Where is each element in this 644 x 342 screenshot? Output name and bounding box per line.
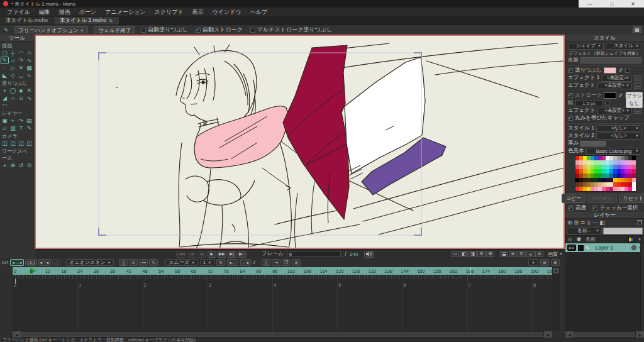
layers-scroll-right-arrow[interactable]: ▶ [636, 331, 644, 338]
fill-extra-checkbox[interactable] [625, 68, 630, 73]
layer-toolbar-icon[interactable]: ▮ [587, 219, 591, 226]
scroll-left-arrow[interactable]: ◀ [13, 331, 21, 338]
tool-icon[interactable]: ▢ [1, 49, 9, 57]
tool-icon[interactable]: ◫ [1, 140, 9, 147]
audio-mute-button[interactable] [364, 251, 374, 258]
canvas-area[interactable] [35, 35, 565, 249]
display-mode-button[interactable]: ∞ [526, 251, 535, 257]
timeline-tool-button[interactable]: ↻ [149, 259, 158, 266]
tool-icon[interactable]: ┼ [9, 49, 17, 57]
tool-icon[interactable]: ◌ [1, 64, 9, 72]
lock-column-icon[interactable]: ⬟ [577, 236, 581, 242]
frame-zero-toggle[interactable]: 0⇄ [2, 260, 8, 265]
style-dropdown[interactable]: スタイル▼ [606, 43, 641, 50]
fill-effect2-more-button[interactable]: ... [634, 82, 641, 89]
crimson-shape[interactable] [283, 45, 349, 219]
view-layout-button[interactable]: ⊟ [477, 251, 486, 257]
layer-visibility-icon[interactable]: oo [567, 245, 576, 251]
palette-color-cell[interactable] [632, 160, 636, 165]
display-mode-button[interactable]: ⬓ [500, 251, 508, 257]
transport-button[interactable]: ▶| [228, 251, 236, 258]
tool-icon[interactable]: ▱ [1, 124, 9, 132]
style-name-input[interactable] [580, 57, 641, 63]
style2-dropdown[interactable]: <なし>▼ [596, 133, 641, 140]
display-quality-dropdown[interactable]: 画質▼ [548, 251, 563, 258]
tool-icon[interactable]: ◈ [17, 87, 25, 94]
timeline-mode-button[interactable]: ●◠● [38, 259, 52, 266]
stroke-color-swatch[interactable] [604, 92, 616, 99]
option-check-マルチストローク塗りつぶし[interactable]: マルチストローク塗りつぶし [250, 26, 332, 34]
name-column-header[interactable]: 名前 [586, 236, 596, 243]
view-layout-button[interactable]: ⊞ [486, 251, 494, 257]
timeline-mode-button[interactable]: ◎ [52, 259, 61, 266]
timeline-action-button[interactable]: ▯ [262, 259, 270, 266]
menu-item-表示[interactable]: 表示 [188, 8, 208, 16]
timeline-action-button[interactable]: ⊘ [292, 259, 301, 266]
tool-icon[interactable]: ◠ [1, 102, 9, 109]
transport-button[interactable]: ▶○ [238, 251, 247, 258]
timeline-mode-button[interactable]: ●―● [10, 259, 23, 266]
tool-icon[interactable]: ◫ [17, 140, 25, 147]
timeline-horizontal-scrollbar[interactable]: ◀ ▶ [13, 331, 552, 338]
tool-icon[interactable]: ✕ [17, 64, 25, 72]
maximize-button[interactable]: □ [610, 1, 613, 7]
timeline-zoom-in-button[interactable]: ⊕ [551, 259, 560, 266]
view-layout-button[interactable]: ▭ [451, 251, 459, 257]
keyframe-button[interactable]: K [216, 259, 225, 266]
option-check-自動ストローク[interactable]: 自動ストローク [196, 26, 243, 34]
view-layout-button[interactable]: ◨ [469, 251, 477, 257]
tool-icon[interactable]: ≈ [25, 72, 33, 79]
stroke-effect-dropdown[interactable]: <未設定>▼ [597, 108, 633, 114]
shape-dropdown[interactable]: シェイプ▼ [568, 43, 604, 50]
checker-select-checkbox[interactable] [592, 206, 597, 211]
width-extra-checkbox[interactable] [605, 101, 610, 106]
tool-icon[interactable]: ∩ [25, 49, 33, 57]
freehand-options-button[interactable]: フリーハンドオプション ▼ [14, 26, 89, 33]
menu-item-描画[interactable]: 描画 [55, 8, 75, 16]
tool-icon[interactable]: ∩ [9, 94, 17, 102]
timeline-options-dropdown[interactable]: ▼ [528, 259, 538, 266]
cycle-dropdown[interactable]: 1▼ [200, 259, 214, 266]
minimize-button[interactable]: — [587, 1, 592, 7]
timeline-mode-button[interactable]: ❏❏ [25, 259, 37, 266]
layer-color-swatch[interactable] [578, 245, 584, 251]
tool-icon[interactable]: ∿ [25, 57, 33, 64]
menu-item-ボーン[interactable]: ボーン [75, 8, 101, 16]
nudge-key-left-button[interactable]: ●← [227, 259, 238, 266]
layer-row[interactable]: oo✎Layer 1▼ [565, 243, 644, 252]
layer-toolbar-icon[interactable]: ◧ [600, 219, 606, 226]
brush-none-button[interactable]: ブラシなし [626, 92, 643, 108]
timeline-zoom-out-button[interactable]: ⊖ [540, 259, 549, 266]
tool-icon[interactable]: ⌖ [1, 162, 9, 169]
tool-icon[interactable]: ◯ [9, 87, 17, 94]
fill-effect1-dropdown[interactable]: <未設定>▼ [602, 75, 632, 82]
tool-icon[interactable]: ◗ [1, 87, 9, 94]
tool-icon[interactable]: ▷ [9, 64, 17, 72]
palette-color-cell[interactable] [632, 156, 636, 160]
display-mode-button[interactable]: ⊕ [509, 251, 517, 257]
palette-color-cell[interactable] [632, 169, 636, 174]
scroll-right-arrow[interactable]: ▶ [544, 331, 552, 338]
thickness-input[interactable] [580, 141, 606, 146]
tool-icon[interactable]: ◠ [17, 49, 25, 57]
display-mode-button[interactable]: ⊘ [535, 251, 543, 257]
menu-item-ファイル[interactable]: ファイル [3, 8, 35, 16]
timeline-tracks[interactable]: 012345678 [13, 279, 552, 331]
stroke-effect-more-button[interactable]: ... [634, 108, 641, 114]
layer-color-column-icon[interactable] [628, 237, 633, 242]
stroke-eyedropper-icon[interactable]: ✐ [618, 92, 623, 99]
transport-button[interactable]: ▶ [208, 251, 216, 258]
palette-color-cell[interactable] [632, 187, 636, 191]
tool-icon[interactable]: ▥ [9, 124, 17, 132]
column-sort-arrow[interactable]: ▼ [638, 238, 641, 241]
tool-icon[interactable]: ⊙ [25, 162, 33, 169]
fill-checkbox[interactable] [568, 68, 573, 73]
layers-scroll-left-arrow[interactable]: ◀ [565, 331, 574, 338]
tool-icon[interactable]: ▱ [9, 57, 17, 64]
timeline-vertical-scrollbar[interactable]: ▲ [552, 267, 560, 331]
option-check-自動塗りつぶし[interactable]: 自動塗りつぶし [141, 26, 188, 34]
checkbox[interactable] [141, 28, 146, 33]
layers-horizontal-scrollbar[interactable]: ◀ ▶ [565, 331, 644, 338]
tool-icon[interactable]: ⊕ [9, 162, 17, 169]
pink-shawl-shape[interactable] [194, 106, 289, 168]
